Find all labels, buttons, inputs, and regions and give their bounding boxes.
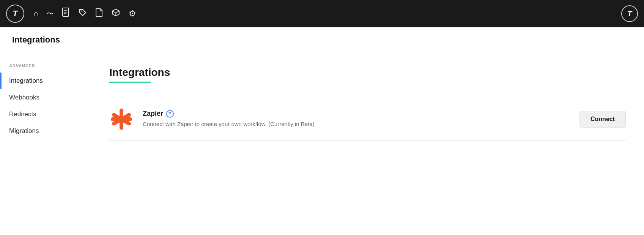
topnav-icons: ⌂ 〜 (33, 8, 136, 20)
logo-letter: T (13, 9, 17, 19)
tag-icon[interactable] (79, 8, 87, 19)
sidebar-section-label: ADVANCED (0, 63, 91, 73)
settings-icon[interactable]: ⚙ (129, 9, 136, 19)
document-icon[interactable] (62, 8, 70, 20)
box-icon[interactable] (111, 8, 120, 19)
integration-name-row: Zapier ? (143, 110, 570, 118)
sidebar-item-redirects[interactable]: Redirects (0, 106, 91, 123)
activity-icon[interactable]: 〜 (47, 9, 54, 18)
user-avatar[interactable]: T (621, 5, 638, 22)
top-navigation: T ⌂ 〜 (0, 0, 644, 27)
avatar-letter: T (627, 9, 632, 18)
zapier-logo (109, 107, 134, 131)
info-icon[interactable]: ? (166, 110, 174, 118)
svg-point-4 (81, 11, 82, 12)
sidebar-item-webhooks[interactable]: Webhooks (0, 89, 91, 106)
content-title-wrapper: Integrations (109, 66, 626, 83)
svg-line-7 (116, 11, 119, 13)
integration-info: Zapier ? Connect with Zapier to create y… (143, 110, 570, 129)
page-header: Integrations (0, 27, 644, 51)
main-content: Integrations (91, 51, 644, 235)
sidebar-item-label: Migrations (9, 127, 39, 135)
sidebar: ADVANCED Integrations Webhooks Redirects… (0, 51, 91, 235)
sidebar-item-label: Integrations (9, 77, 43, 85)
logo[interactable]: T (6, 5, 24, 23)
content-title: Integrations (109, 66, 170, 79)
topnav-left: T ⌂ 〜 (6, 5, 136, 23)
zapier-asterisk-icon (109, 107, 134, 131)
content-wrapper: ADVANCED Integrations Webhooks Redirects… (0, 51, 644, 235)
sidebar-item-label: Webhooks (9, 94, 39, 101)
integration-name: Zapier (143, 110, 163, 118)
integration-card-zapier: Zapier ? Connect with Zapier to create y… (109, 98, 626, 141)
sidebar-item-label: Redirects (9, 110, 36, 118)
file-icon[interactable] (95, 8, 103, 19)
main-layout: Integrations ADVANCED Integrations Webho… (0, 27, 644, 235)
sidebar-item-integrations[interactable]: Integrations (0, 73, 91, 89)
integration-description: Connect with Zapier to create your own w… (143, 120, 332, 129)
svg-line-6 (112, 11, 116, 13)
sidebar-item-migrations[interactable]: Migrations (0, 123, 91, 139)
content-title-underline (109, 82, 151, 83)
connect-button[interactable]: Connect (579, 111, 626, 128)
home-icon[interactable]: ⌂ (33, 9, 38, 19)
page-title: Integrations (12, 35, 632, 45)
